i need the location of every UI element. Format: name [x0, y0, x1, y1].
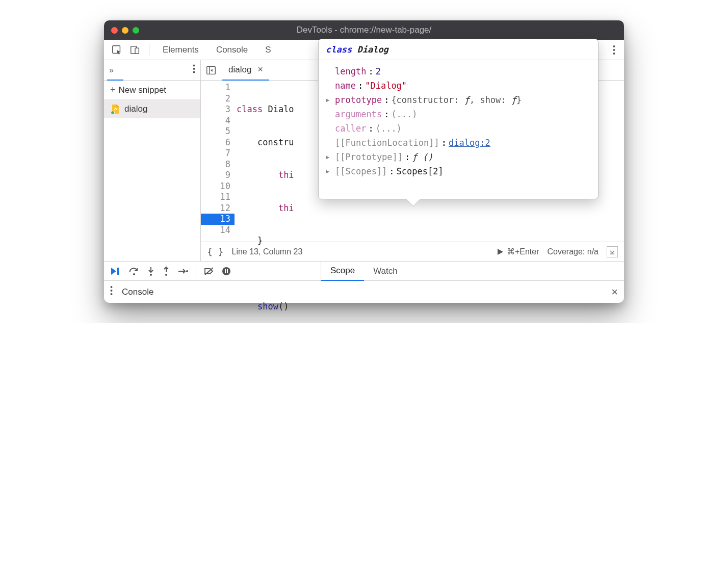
- divider: [196, 265, 196, 277]
- device-toolbar-icon[interactable]: [127, 42, 143, 58]
- prop-arguments[interactable]: arguments: (...): [326, 107, 591, 121]
- svg-point-13: [133, 273, 135, 275]
- new-snippet-button[interactable]: + New snippet: [104, 81, 200, 100]
- toggle-navigator-icon[interactable]: [204, 63, 218, 77]
- resume-icon[interactable]: [110, 267, 121, 276]
- prop-prototype[interactable]: ▶prototype: {constructor: ƒ, show: ƒ}: [326, 93, 591, 107]
- deactivate-breakpoints-icon[interactable]: [203, 267, 215, 276]
- svg-point-6: [193, 65, 195, 67]
- snippet-name: dialog: [124, 104, 147, 114]
- more-tabs-icon[interactable]: [607, 40, 621, 60]
- code-line: show(): [235, 301, 624, 313]
- line-number-active: 13: [201, 214, 235, 225]
- new-snippet-label: New snippet: [119, 85, 167, 95]
- object-preview-tooltip: class Dialog length: 2 name: "Dialog" ▶p…: [318, 39, 599, 199]
- tooltip-body: length: 2 name: "Dialog" ▶prototype: {co…: [319, 60, 598, 199]
- minimize-window-button[interactable]: [122, 27, 128, 34]
- prop-length[interactable]: length: 2: [326, 64, 591, 79]
- step-into-icon[interactable]: [147, 266, 155, 276]
- expand-icon[interactable]: ▶: [326, 93, 333, 107]
- tab-elements[interactable]: Elements: [155, 40, 206, 60]
- line-number: 8: [201, 159, 235, 170]
- line-number: 1: [201, 82, 235, 93]
- step-over-icon[interactable]: [128, 267, 140, 276]
- svg-point-17: [165, 274, 167, 276]
- prop-caller[interactable]: caller: (...): [326, 121, 591, 136]
- svg-point-21: [222, 267, 230, 275]
- line-number: 2: [201, 93, 235, 105]
- line-number: 4: [201, 115, 235, 126]
- file-tab-label: dialog: [228, 65, 251, 75]
- devtools-window: DevTools - chrome://new-tab-page/ Elemen…: [104, 20, 624, 303]
- code-line: thi: [235, 203, 624, 214]
- code-line: [235, 269, 624, 280]
- line-number: 3: [201, 104, 235, 115]
- svg-point-26: [111, 293, 113, 295]
- pretty-print-button[interactable]: { }: [207, 246, 224, 257]
- svg-rect-22: [225, 269, 226, 273]
- code-line: }: [235, 236, 624, 247]
- sidebar-more-icon[interactable]: [193, 64, 195, 76]
- sidebar-expand-icon[interactable]: »: [109, 66, 193, 75]
- close-window-button[interactable]: [111, 27, 118, 34]
- sidebar-header: »: [104, 60, 200, 81]
- svg-rect-2: [135, 48, 139, 54]
- tab-console[interactable]: Console: [209, 40, 255, 60]
- close-tab-icon[interactable]: ×: [257, 64, 263, 75]
- window-controls: [111, 27, 139, 34]
- modified-dot-icon: [111, 111, 115, 115]
- divider: [149, 44, 149, 56]
- expand-icon[interactable]: ▶: [326, 150, 333, 164]
- svg-point-7: [193, 68, 195, 70]
- pause-on-exceptions-icon[interactable]: [222, 267, 231, 276]
- line-number: 7: [201, 148, 235, 159]
- prop-function-location[interactable]: [[FunctionLocation]]: dialog:2: [326, 136, 591, 150]
- line-number: 12: [201, 203, 235, 214]
- prop-name[interactable]: name: "Dialog": [326, 79, 591, 93]
- svg-point-19: [186, 270, 188, 272]
- expand-icon[interactable]: ▶: [326, 164, 333, 178]
- line-number: 11: [201, 192, 235, 203]
- svg-point-24: [111, 286, 113, 288]
- svg-rect-23: [227, 269, 228, 273]
- maximize-window-button[interactable]: [133, 27, 139, 34]
- svg-point-4: [613, 49, 615, 51]
- prop-prototype-internal[interactable]: ▶[[Prototype]]: ƒ (): [326, 150, 591, 164]
- svg-point-8: [193, 71, 195, 73]
- snippet-item[interactable]: dialog: [104, 100, 200, 118]
- file-tab-dialog[interactable]: dialog ×: [222, 60, 269, 81]
- prop-scopes[interactable]: ▶[[Scopes]]: Scopes[2]: [326, 164, 591, 178]
- svg-point-3: [613, 45, 615, 47]
- snippet-file-icon: [111, 104, 120, 114]
- plus-icon: +: [110, 85, 116, 95]
- line-number: 10: [201, 181, 235, 192]
- line-number: 9: [201, 170, 235, 181]
- window-title: DevTools - chrome://new-tab-page/: [297, 25, 432, 35]
- navigator-sidebar: » + New snippet dialog: [104, 60, 201, 261]
- line-number: 5: [201, 126, 235, 137]
- svg-point-15: [150, 274, 152, 276]
- line-gutter: 1 2 3 4 5 6 7 8 9 10 11 12 13 14: [201, 81, 235, 242]
- titlebar: DevTools - chrome://new-tab-page/: [104, 20, 624, 40]
- step-icon[interactable]: [177, 268, 189, 275]
- svg-rect-12: [117, 268, 119, 275]
- svg-point-5: [613, 53, 615, 55]
- inspect-element-icon[interactable]: [109, 42, 124, 58]
- drawer-more-icon[interactable]: [110, 285, 113, 298]
- tab-sources-partial[interactable]: S: [258, 40, 278, 60]
- tooltip-header: class Dialog: [319, 39, 598, 60]
- line-number: 14: [201, 225, 235, 236]
- drawer-tab-console[interactable]: Console: [122, 287, 153, 297]
- step-out-icon[interactable]: [162, 266, 170, 276]
- svg-point-25: [111, 290, 113, 292]
- line-number: 6: [201, 137, 235, 148]
